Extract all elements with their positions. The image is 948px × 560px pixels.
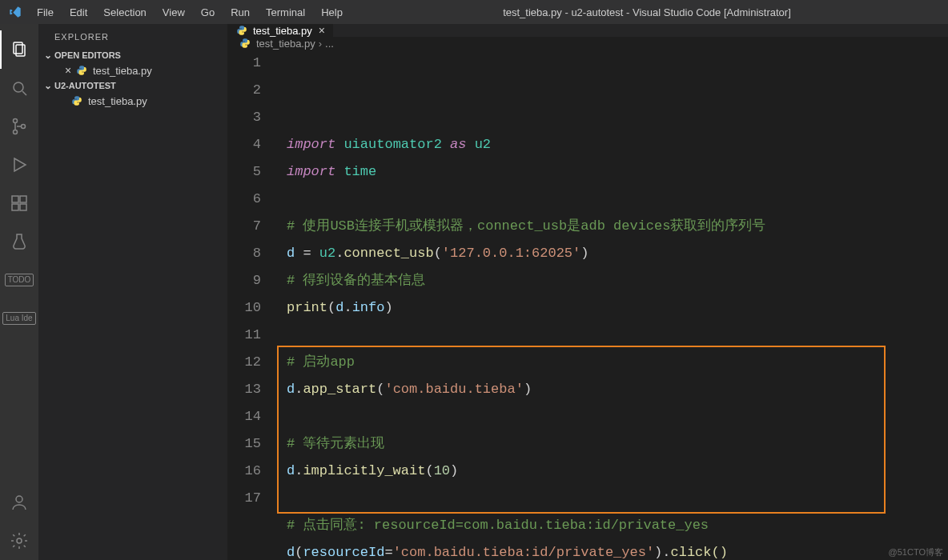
svg-rect-9	[12, 204, 18, 210]
explorer-title: EXPLORER	[38, 24, 227, 48]
svg-rect-11	[20, 196, 26, 202]
python-file-icon	[235, 24, 248, 37]
activity-explorer[interactable]	[0, 30, 38, 69]
code-line[interactable]: # 点击同意: resourceId=com.baidu.tieba:id/pr…	[287, 512, 948, 539]
code-line[interactable]	[287, 186, 948, 213]
menu-go[interactable]: Go	[193, 6, 223, 18]
activity-settings[interactable]	[0, 522, 38, 560]
code-line[interactable]: d.implicitly_wait(10)	[287, 458, 948, 485]
line-number: 13	[227, 376, 261, 403]
activity-extensions[interactable]	[0, 184, 38, 222]
code-line[interactable]	[287, 322, 948, 349]
svg-point-6	[22, 125, 26, 129]
activity-lua-ide[interactable]: Lua Ide	[0, 299, 38, 338]
code-line[interactable]	[287, 485, 948, 512]
open-editor-item[interactable]: × test_tieba.py	[38, 62, 227, 78]
open-editor-filename: test_tieba.py	[93, 65, 152, 77]
python-file-icon	[239, 37, 251, 50]
menu-terminal[interactable]: Terminal	[258, 6, 313, 18]
workspace-filename: test_tieba.py	[88, 95, 147, 107]
python-file-icon	[75, 64, 88, 77]
watermark-text: @51CTO博客	[889, 546, 943, 558]
code-line[interactable]: # 启动app	[287, 349, 948, 376]
menu-bar: FileEditSelectionViewGoRunTerminalHelp t…	[0, 0, 948, 24]
menu-file[interactable]: File	[29, 6, 62, 18]
menu-view[interactable]: View	[155, 6, 193, 18]
chevron-down-icon: ⌄	[42, 80, 54, 91]
editor-area: test_tieba.py × test_tieba.py › ... 1234…	[227, 24, 948, 560]
code-line[interactable]: d(resourceId='com.baidu.tieba:id/private…	[287, 539, 948, 560]
close-icon[interactable]: ×	[61, 64, 75, 77]
line-number: 2	[227, 77, 261, 104]
svg-point-4	[14, 119, 18, 123]
code-line[interactable]: # 等待元素出现	[287, 430, 948, 458]
svg-rect-10	[20, 204, 26, 210]
code-line[interactable]: import time	[287, 158, 948, 186]
activity-run-debug[interactable]	[0, 146, 38, 184]
svg-point-12	[16, 496, 22, 502]
code-editor[interactable]: 1234567891011121314151617 import uiautom…	[227, 50, 948, 560]
svg-line-3	[22, 91, 26, 95]
svg-rect-1	[16, 45, 25, 56]
vscode-logo-icon	[8, 5, 22, 19]
code-line[interactable]	[287, 403, 948, 430]
line-number: 8	[227, 240, 261, 267]
svg-point-2	[14, 82, 23, 92]
code-line[interactable]: # 使用USB连接手机或模拟器，connect_usb是adb devices获…	[287, 213, 948, 240]
workspace-file-item[interactable]: test_tieba.py	[38, 93, 227, 109]
code-line[interactable]: d.app_start('com.baidu.tieba')	[287, 376, 948, 403]
editor-tabs: test_tieba.py ×	[227, 24, 948, 37]
editor-tab[interactable]: test_tieba.py ×	[227, 24, 334, 37]
line-number: 10	[227, 294, 261, 322]
code-content[interactable]: import uiautomator2 as u2import time# 使用…	[277, 50, 948, 560]
python-file-icon	[70, 94, 83, 107]
line-number: 5	[227, 158, 261, 186]
activity-accounts[interactable]	[0, 483, 38, 522]
chevron-down-icon: ⌄	[42, 50, 54, 61]
activity-todo[interactable]: TODO	[0, 261, 38, 299]
menu-edit[interactable]: Edit	[62, 6, 95, 18]
code-line[interactable]: print(d.info)	[287, 294, 948, 322]
code-line[interactable]: # 得到设备的基本信息	[287, 267, 948, 294]
menu-run[interactable]: Run	[223, 6, 258, 18]
code-line[interactable]: d = u2.connect_usb('127.0.0.1:62025')	[287, 240, 948, 267]
explorer-sidebar: EXPLORER ⌄ OPEN EDITORS × test_tieba.py …	[38, 24, 227, 560]
activity-source-control[interactable]	[0, 107, 38, 146]
close-icon[interactable]: ×	[319, 24, 325, 37]
line-number: 14	[227, 403, 261, 430]
tab-title: test_tieba.py	[253, 25, 312, 37]
line-number: 1	[227, 50, 261, 77]
svg-rect-0	[14, 42, 22, 54]
line-number: 15	[227, 430, 261, 458]
activity-bar: TODO Lua Ide	[0, 24, 38, 560]
line-number: 4	[227, 131, 261, 158]
line-number: 3	[227, 104, 261, 131]
line-number: 17	[227, 485, 261, 512]
window-title: test_tieba.py - u2-autotest - Visual Stu…	[351, 6, 943, 18]
open-editors-header[interactable]: ⌄ OPEN EDITORS	[38, 48, 227, 62]
line-number: 7	[227, 213, 261, 240]
line-number: 16	[227, 458, 261, 485]
workspace-header[interactable]: ⌄ U2-AUTOTEST	[38, 78, 227, 93]
svg-marker-7	[14, 158, 26, 171]
svg-point-5	[14, 130, 18, 134]
menu-selection[interactable]: Selection	[95, 6, 154, 18]
line-number: 6	[227, 186, 261, 213]
line-number-gutter: 1234567891011121314151617	[227, 50, 277, 560]
menu-help[interactable]: Help	[313, 6, 351, 18]
activity-testing[interactable]	[0, 222, 38, 261]
line-number: 11	[227, 322, 261, 349]
svg-rect-8	[12, 196, 18, 202]
breadcrumb[interactable]: test_tieba.py › ...	[227, 37, 948, 50]
activity-search[interactable]	[0, 69, 38, 107]
line-number: 9	[227, 267, 261, 294]
svg-point-13	[17, 538, 22, 543]
line-number: 12	[227, 349, 261, 376]
chevron-right-icon: ›	[319, 38, 322, 50]
code-line[interactable]: import uiautomator2 as u2	[287, 131, 948, 158]
